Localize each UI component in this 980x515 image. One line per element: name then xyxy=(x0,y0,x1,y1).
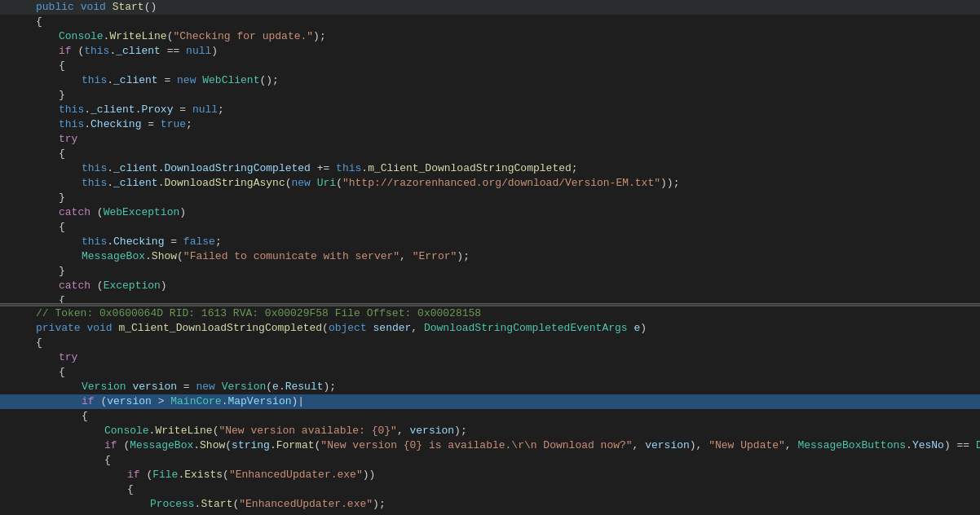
code-line: // Token: 0x0600064D RID: 1613 RVA: 0x00… xyxy=(0,306,980,321)
code-line: this.Checking = false; xyxy=(0,235,980,249)
code-line: } xyxy=(0,191,980,205)
code-line: try xyxy=(0,350,980,365)
code-line: Version version = new Version(e.Result); xyxy=(0,380,980,394)
code-line: { xyxy=(0,59,980,73)
code-line: catch (WebException) xyxy=(0,205,980,220)
code-line: { xyxy=(0,409,980,424)
code-editor: public void Start() { Console.WriteLine(… xyxy=(0,0,980,515)
code-line: MessageBox.Show("Failed to comunicate wi… xyxy=(0,249,980,264)
code-line: { xyxy=(0,293,980,303)
code-line: { xyxy=(0,365,980,380)
code-line: this._client = new WebClient(); xyxy=(0,73,980,88)
code-line: { xyxy=(0,15,980,29)
code-line: this._client.Proxy = null; xyxy=(0,103,980,117)
code-line: catch (Exception) xyxy=(0,279,980,293)
code-line: { xyxy=(0,147,980,161)
code-line: this._client.DownloadStringAsync(new Uri… xyxy=(0,176,980,191)
code-line: } xyxy=(0,88,980,103)
code-line: { xyxy=(0,482,980,497)
code-line: this._client.DownloadStringCompleted += … xyxy=(0,161,980,176)
code-section-top: public void Start() { Console.WriteLine(… xyxy=(0,0,980,303)
code-line: { xyxy=(0,336,980,350)
code-line: try xyxy=(0,132,980,147)
code-line: { xyxy=(0,220,980,235)
code-line: private void m_Client_DownloadStringComp… xyxy=(0,321,980,336)
code-line: Process.Start("EnhancedUpdater.exe"); xyxy=(0,497,980,512)
code-line: Console.WriteLine("New version available… xyxy=(0,424,980,438)
code-line: { xyxy=(0,453,980,468)
code-line: Console.WriteLine("Checking for update."… xyxy=(0,29,980,44)
code-line: if (MessageBox.Show(string.Format("New v… xyxy=(0,438,980,453)
code-line: if (this._client == null) xyxy=(0,44,980,59)
code-line: this.Checking = true; xyxy=(0,117,980,132)
code-line: if (File.Exists("EnhancedUpdater.exe")) xyxy=(0,468,980,482)
code-line: } xyxy=(0,264,980,279)
code-line-highlighted: if (version > MainCore.MapVersion)| xyxy=(0,394,980,409)
code-section-bottom: // Token: 0x0600064D RID: 1613 RVA: 0x00… xyxy=(0,306,980,512)
code-line: public void Start() xyxy=(0,0,980,15)
